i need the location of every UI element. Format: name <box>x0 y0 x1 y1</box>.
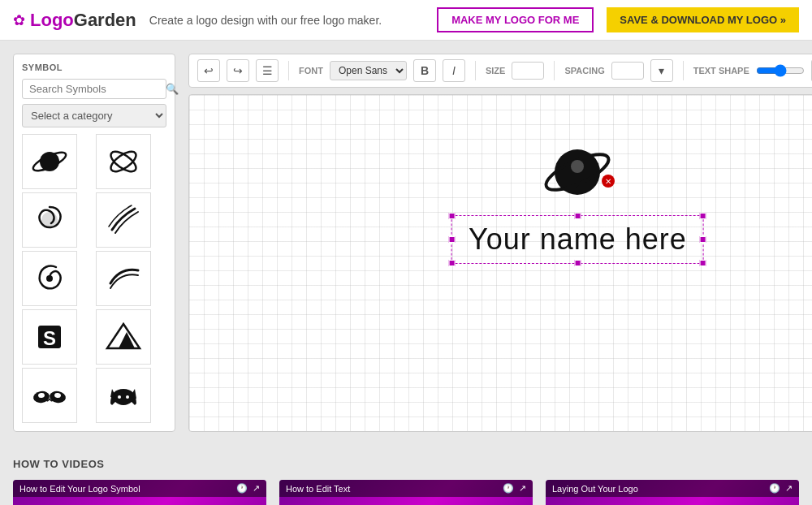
toolbar-separator <box>683 61 684 80</box>
canvas-logo-symbol[interactable]: ✕ <box>541 136 614 209</box>
search-icon: 🔍 <box>166 83 179 95</box>
symbol-cell[interactable]: S <box>22 309 77 365</box>
toolbar: ↩ ↪ ☰ FONT Open Sans B I SIZE 48 SPACING… <box>188 54 812 88</box>
symbol-panel: SYMBOL 🔍 Select a category <box>13 54 175 432</box>
svg-point-17 <box>126 395 129 399</box>
video-top-bar-2: How to Edit Text 🕐 ↗ <box>279 480 533 497</box>
spacing-input[interactable]: 0 <box>611 62 644 80</box>
svg-marker-9 <box>119 332 135 348</box>
canvas-text: Your name here <box>469 222 687 256</box>
font-select[interactable]: Open Sans <box>330 61 407 80</box>
symbol-cell[interactable] <box>22 368 77 423</box>
symbol-cell[interactable] <box>96 192 151 248</box>
share-icon-2: ↗ <box>519 483 526 494</box>
size-input[interactable]: 48 <box>512 62 544 80</box>
search-input[interactable] <box>29 83 166 95</box>
text-align-button[interactable]: ☰ <box>256 59 279 82</box>
share-icon-3: ↗ <box>785 483 793 494</box>
video-card-3[interactable]: ◈ Laying Out Your Logo 🕐 ↗ Laying Out Yo… <box>546 480 799 505</box>
video-card-2[interactable]: T How to Edit Text 🕐 ↗ How To Edit Text … <box>279 480 533 505</box>
video-top-bar-1: How to Edit Your Logo Symbol 🕐 ↗ <box>13 480 266 497</box>
symbol-cell[interactable] <box>96 134 151 189</box>
canvas-container[interactable]: ✕ Your name here <box>188 94 812 432</box>
resize-handle-br[interactable] <box>700 260 706 266</box>
svg-point-16 <box>118 395 121 399</box>
resize-handle-tm[interactable] <box>574 213 581 219</box>
main-editor: SYMBOL 🔍 Select a category <box>0 41 812 445</box>
clock-icon-3: 🕐 <box>769 483 780 494</box>
italic-button[interactable]: I <box>443 59 465 82</box>
resize-handle-bl[interactable] <box>449 260 456 266</box>
text-shape-label: TEXT SHAPE <box>693 66 749 76</box>
spacing-dropdown-button[interactable]: ▾ <box>650 59 673 82</box>
symbol-cell[interactable] <box>96 309 151 365</box>
videos-heading: HOW TO VIDEOS <box>13 458 799 470</box>
toolbar-separator <box>288 61 289 80</box>
bold-button[interactable]: B <box>413 59 436 82</box>
svg-text:S: S <box>43 327 56 349</box>
clock-icon-2: 🕐 <box>503 483 514 494</box>
make-logo-button[interactable]: MAKE MY LOGO FOR ME <box>437 7 594 32</box>
symbol-cell[interactable] <box>22 251 77 306</box>
header: ✿ LogoGarden Create a logo design with o… <box>0 0 812 41</box>
symbol-cell[interactable] <box>22 192 77 248</box>
video-top-title-1: How to Edit Your Logo Symbol <box>19 484 140 494</box>
resize-handle-ml[interactable] <box>449 236 456 243</box>
video-top-title-2: How to Edit Text <box>286 484 350 494</box>
video-top-title-3: Laying Out Your Logo <box>552 484 638 494</box>
svg-point-20 <box>571 160 584 173</box>
save-download-button[interactable]: SAVE & DOWNLOAD MY LOGO » <box>607 7 799 32</box>
undo-button[interactable]: ↩ <box>197 59 220 82</box>
font-label: FONT <box>299 66 323 76</box>
videos-section: HOW TO VIDEOS ⚙ How to Edit Your Logo Sy… <box>0 445 812 505</box>
resize-handle-tl[interactable] <box>449 213 456 219</box>
video-top-icons-3: 🕐 ↗ <box>769 483 793 494</box>
videos-row: ⚙ How to Edit Your Logo Symbol 🕐 ↗ Custo… <box>13 480 799 505</box>
delete-symbol-button[interactable]: ✕ <box>602 175 615 188</box>
size-label: SIZE <box>486 66 505 76</box>
video-card-1[interactable]: ⚙ How to Edit Your Logo Symbol 🕐 ↗ Custo… <box>13 480 266 505</box>
spacing-label: SPACING <box>564 66 604 76</box>
logo-flower-icon: ✿ <box>13 11 25 29</box>
toolbar-separator <box>554 61 555 80</box>
header-tagline: Create a logo design with our free logo … <box>149 14 424 27</box>
share-icon: ↗ <box>253 483 260 494</box>
svg-point-5 <box>46 275 53 282</box>
resize-handle-bm[interactable] <box>574 260 581 266</box>
symbol-panel-label: SYMBOL <box>22 63 166 72</box>
resize-handle-mr[interactable] <box>700 236 706 243</box>
symbol-cell[interactable] <box>96 251 151 306</box>
logo-text: LogoGarden <box>30 10 136 31</box>
symbols-grid: S <box>22 134 166 423</box>
redo-button[interactable]: ↪ <box>227 59 249 82</box>
resize-handle-tr[interactable] <box>700 213 706 219</box>
clock-icon: 🕐 <box>236 483 248 494</box>
symbol-cell[interactable] <box>96 368 151 423</box>
canvas-area: ↩ ↪ ☰ FONT Open Sans B I SIZE 48 SPACING… <box>188 54 812 432</box>
video-top-icons: 🕐 ↗ <box>236 483 260 494</box>
canvas-text-container[interactable]: Your name here <box>451 215 704 264</box>
video-top-icons-2: 🕐 ↗ <box>503 483 526 494</box>
search-box: 🔍 <box>22 79 166 99</box>
video-top-bar-3: Laying Out Your Logo 🕐 ↗ <box>546 480 799 497</box>
logo-area: ✿ LogoGarden <box>13 10 136 31</box>
text-shape-slider[interactable] <box>756 61 805 80</box>
toolbar-separator <box>475 61 476 80</box>
category-select[interactable]: Select a category <box>22 104 166 127</box>
svg-point-4 <box>41 212 58 228</box>
symbol-cell[interactable] <box>22 134 77 189</box>
